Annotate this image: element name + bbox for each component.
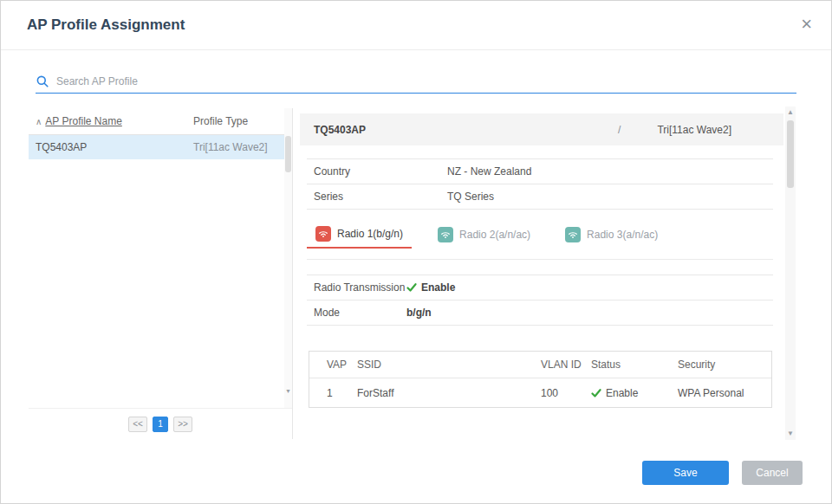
vlan-id-column-header: VLAN ID: [541, 359, 591, 371]
search-bar: [36, 70, 796, 94]
ssid-cell: ForStaff: [357, 387, 541, 399]
right-scrollbar-down-icon[interactable]: ▼: [785, 430, 796, 438]
search-icon: [36, 74, 49, 88]
tab-radio-3[interactable]: Radio 3(a/n/ac): [556, 221, 666, 249]
dialog-title: AP Profile Assignment: [27, 1, 185, 49]
check-icon: [406, 282, 417, 293]
tab-radio-3-label: Radio 3(a/n/ac): [587, 229, 658, 241]
radio-transmission-label: Radio Transmission: [314, 281, 406, 294]
security-column-header: Security: [678, 359, 771, 371]
dialog-footer: Save Cancel: [642, 461, 803, 485]
status-column-header: Status: [591, 359, 678, 371]
left-panel-scrollbar[interactable]: ▼: [284, 108, 292, 408]
field-row-radio-transmission: Radio Transmission Enable: [307, 275, 773, 300]
country-value: NZ - New Zealand: [447, 165, 531, 178]
detail-separator: /: [618, 124, 621, 136]
vap-column-header: VAP: [309, 359, 357, 371]
wifi-icon: [438, 227, 453, 242]
pagination: << 1 >>: [29, 409, 292, 439]
column-header-ap-profile-name[interactable]: ∧ AP Profile Name: [29, 115, 193, 127]
vap-table: VAP SSID VLAN ID Status Security 1 ForSt…: [309, 351, 772, 408]
detail-fields: Country NZ - New Zealand Series TQ Serie…: [307, 158, 773, 210]
profile-list-panel: ∧ AP Profile Name Profile Type TQ5403AP …: [29, 108, 293, 439]
save-button[interactable]: Save: [642, 461, 729, 485]
profile-list-header: ∧ AP Profile Name Profile Type: [29, 108, 292, 135]
ssid-column-header: SSID: [357, 359, 541, 371]
radio-tabs: Radio 1(b/g/n) Radio 2(a/n/ac) Radio 3(a…: [307, 221, 773, 249]
pagination-first-button[interactable]: <<: [128, 417, 147, 432]
field-row-series: Series TQ Series: [307, 184, 773, 210]
detail-profile-name: TQ5403AP: [314, 124, 618, 136]
mode-label: Mode: [314, 307, 406, 319]
wifi-icon: [315, 226, 331, 242]
right-scrollbar-thumb[interactable]: [787, 120, 794, 188]
pagination-page-1-button[interactable]: 1: [153, 417, 168, 432]
column-header-profile-type[interactable]: Profile Type: [193, 115, 292, 127]
tab-radio-1[interactable]: Radio 1(b/g/n): [307, 221, 412, 249]
vap-table-header: VAP SSID VLAN ID Status Security: [309, 352, 771, 378]
column-label-ap-profile-name: AP Profile Name: [45, 115, 121, 127]
right-scrollbar-up-icon[interactable]: ▲: [785, 108, 796, 117]
tab-divider: [307, 259, 773, 260]
vlan-id-cell: 100: [541, 387, 591, 399]
close-icon[interactable]: ×: [801, 13, 812, 36]
series-label: Series: [314, 191, 447, 203]
profile-name-cell: TQ5403AP: [29, 141, 193, 153]
dialog-header: AP Profile Assignment ×: [1, 1, 831, 50]
tab-radio-1-label: Radio 1(b/g/n): [337, 228, 403, 240]
left-scrollbar-thumb[interactable]: [285, 136, 291, 172]
cancel-button[interactable]: Cancel: [742, 461, 803, 485]
field-row-mode: Mode b/g/n: [307, 300, 773, 326]
detail-header: TQ5403AP / Tri[11ac Wave2]: [300, 113, 783, 145]
radio-transmission-status: Enable: [421, 281, 455, 294]
ap-profile-assignment-dialog: AP Profile Assignment × ∧ AP Profile Nam…: [0, 0, 832, 504]
status-value: Enable: [606, 387, 638, 399]
status-cell: Enable: [591, 387, 678, 399]
mode-value: b/g/n: [406, 307, 432, 319]
check-icon: [591, 388, 601, 398]
field-row-country: Country NZ - New Zealand: [307, 159, 773, 184]
security-cell: WPA Personal: [678, 387, 771, 399]
profile-row-tq5403ap[interactable]: TQ5403AP Tri[11ac Wave2]: [29, 135, 284, 159]
detail-profile-type: Tri[11ac Wave2]: [657, 124, 731, 136]
tab-radio-2-label: Radio 2(a/n/ac): [459, 229, 530, 241]
radio-detail-fields: Radio Transmission Enable Mode b/g/n: [307, 275, 773, 326]
search-input[interactable]: [55, 74, 796, 88]
profile-type-cell: Tri[11ac Wave2]: [193, 141, 284, 153]
country-label: Country: [314, 165, 447, 178]
series-value: TQ Series: [447, 191, 494, 203]
tab-radio-2[interactable]: Radio 2(a/n/ac): [429, 221, 539, 249]
vap-cell: 1: [309, 387, 357, 399]
radio-transmission-value: Enable: [406, 281, 455, 294]
profile-detail-panel: TQ5403AP / Tri[11ac Wave2] Country NZ - …: [300, 108, 783, 408]
wifi-icon: [565, 227, 581, 242]
detail-panel-scrollbar[interactable]: ▲ ▼: [785, 107, 796, 440]
pagination-last-button[interactable]: >>: [173, 417, 192, 432]
left-scrollbar-down-icon[interactable]: ▼: [284, 387, 292, 396]
sort-asc-icon: ∧: [36, 117, 42, 126]
profile-list-area: ∧ AP Profile Name Profile Type TQ5403AP …: [29, 108, 292, 409]
vap-table-row: 1 ForStaff 100 Enable WPA Personal: [309, 378, 771, 407]
